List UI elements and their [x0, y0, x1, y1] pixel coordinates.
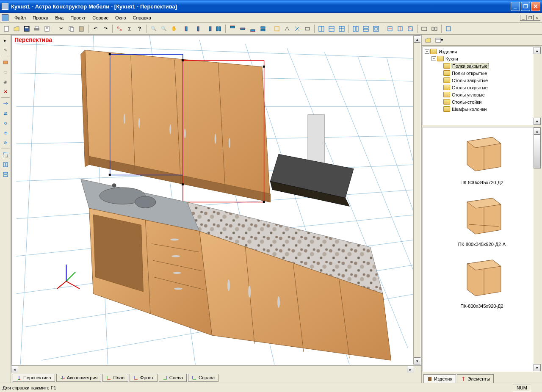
paste-button[interactable] [77, 24, 86, 33]
menu-service[interactable]: Сервис [89, 14, 112, 21]
align-4[interactable] [214, 24, 223, 33]
vtool-8[interactable]: ⥻ [1, 109, 10, 118]
catalog-item[interactable]: ПК-800x345x720-Д2 [454, 131, 509, 185]
tab-elements[interactable]: Элементы [457, 374, 494, 383]
snap-3[interactable] [371, 24, 381, 33]
undo-button[interactable]: ↶ [91, 24, 100, 33]
menu-edit[interactable]: Правка [29, 14, 52, 21]
open-button[interactable] [12, 24, 21, 33]
menu-project[interactable]: Проект [67, 14, 89, 21]
menu-view[interactable]: Вид [52, 14, 67, 21]
catalog-thumbnails[interactable]: ПК-800x345x720-Д2 ПК-800x345x920-Д2-А ПК… [423, 127, 541, 372]
vtool-4[interactable]: ▭ [1, 67, 10, 77]
minimize-button[interactable]: _ [511, 2, 520, 11]
snap-4[interactable] [385, 24, 395, 33]
mdi-restore[interactable]: ❐ [527, 15, 534, 21]
save-button[interactable] [22, 24, 31, 33]
pan-button[interactable]: ✋ [169, 24, 179, 33]
vtool-10[interactable]: ⟲ [1, 128, 10, 138]
tool-b[interactable] [282, 24, 292, 33]
catalog-scroll[interactable]: ▴ ▾ [534, 127, 541, 371]
catalog-tree[interactable]: − Изделия − Кухни Полки закрытые Полки о… [423, 47, 541, 125]
vtool-11[interactable]: ⟳ [1, 138, 10, 147]
layout-1[interactable] [317, 24, 326, 33]
tree-kitchen[interactable]: Кухни [445, 56, 459, 61]
tab-perspective[interactable]: Перспектива [13, 374, 55, 382]
tab-left[interactable]: Слева [159, 374, 187, 382]
menu-window[interactable]: Окно [112, 14, 130, 21]
snap-1[interactable] [351, 24, 360, 33]
help-button[interactable]: ? [135, 24, 144, 33]
tree-expander[interactable]: − [425, 49, 429, 54]
snap-5[interactable] [395, 24, 405, 33]
tab-plan[interactable]: План [102, 374, 128, 382]
cut-button[interactable]: ✂ [56, 24, 66, 33]
tool-a[interactable] [272, 24, 282, 33]
select-tool[interactable]: ▸ [1, 36, 10, 45]
zoom-out-button[interactable]: 🔍 [159, 24, 169, 33]
tree-root[interactable]: Изделия [438, 49, 458, 54]
delete-tool[interactable]: ✕ [1, 87, 10, 96]
tree-item-open-tables[interactable]: Столы открытые [451, 85, 489, 90]
tab-axonometry[interactable]: Аксонометрия [56, 374, 102, 382]
vtool-5[interactable]: ◉ [1, 77, 10, 86]
vtool-7[interactable] [1, 99, 10, 108]
report-button[interactable] [42, 24, 52, 33]
extra-2[interactable] [430, 24, 439, 33]
catalog-view-icon[interactable]: ▾ [434, 36, 444, 45]
extra-3[interactable] [444, 24, 453, 33]
tree-item-closed-tables[interactable]: Столы закрытые [451, 78, 489, 83]
tab-right[interactable]: Справа [188, 374, 218, 382]
mdi-close[interactable]: × [534, 15, 540, 21]
tool-link[interactable] [115, 24, 124, 33]
layout-2[interactable] [327, 24, 336, 33]
svg-rect-30 [261, 29, 265, 31]
zoom-in-button[interactable]: 🔍 [149, 24, 158, 33]
layout-3[interactable] [337, 24, 346, 33]
vtool-13[interactable] [1, 160, 10, 169]
align-7[interactable] [248, 24, 257, 33]
tab-products[interactable]: Изделия [423, 374, 456, 383]
maximize-button[interactable]: ❐ [521, 2, 530, 11]
align-8[interactable] [258, 24, 268, 33]
viewport-scroll-vertical[interactable]: ▴ ▾ [413, 36, 420, 364]
redo-button[interactable]: ↷ [101, 24, 110, 33]
menu-help[interactable]: Справка [130, 14, 155, 21]
vtool-9[interactable]: ↻ [1, 119, 10, 128]
tree-scroll[interactable]: ▴ ▾ [534, 47, 541, 125]
viewport-scroll-horizontal[interactable]: ◂ ▸ [11, 365, 421, 373]
vtool-3[interactable] [1, 58, 10, 67]
app-menu-icon[interactable] [2, 14, 8, 21]
extra-1[interactable] [420, 24, 429, 33]
print-button[interactable] [32, 24, 41, 33]
tool-sum[interactable]: Σ [125, 24, 134, 33]
copy-button[interactable] [66, 24, 76, 33]
tree-item-column-cabinets[interactable]: Шкафы-колонки [451, 107, 487, 112]
catalog-item[interactable]: ПК-800x345x920-Д2-А [454, 193, 509, 247]
vtool-12[interactable] [1, 150, 10, 160]
align-5[interactable] [228, 24, 237, 33]
tree-item-bar-tables[interactable]: Столы-стойки [451, 99, 482, 105]
align-1[interactable] [183, 24, 193, 33]
vtool-14[interactable] [1, 170, 10, 179]
menu-file[interactable]: Файл [11, 14, 29, 21]
tab-front[interactable]: Фронт [130, 374, 158, 382]
align-6[interactable] [238, 24, 247, 33]
catalog-item[interactable]: ПК-800x345x920-Д2 [454, 254, 509, 309]
tree-item-closed-shelves[interactable]: Полки закрытые [451, 63, 489, 69]
new-button[interactable] [2, 24, 11, 33]
catalog-open-icon[interactable] [423, 36, 433, 45]
close-button[interactable]: ✕ [531, 2, 540, 11]
tree-expander[interactable]: − [431, 56, 436, 61]
snap-2[interactable] [361, 24, 371, 33]
viewport-3d[interactable]: Перспектива [11, 35, 421, 365]
align-2[interactable] [194, 24, 203, 33]
snap-6[interactable] [406, 24, 415, 33]
tool-d[interactable] [303, 24, 312, 33]
tree-item-open-shelves[interactable]: Полки открытые [451, 71, 488, 76]
mdi-minimize[interactable]: _ [520, 15, 527, 21]
vtool-2[interactable]: ✎ [1, 45, 10, 55]
tool-c[interactable] [293, 24, 302, 33]
align-3[interactable] [204, 24, 213, 33]
tree-item-corner-tables[interactable]: Столы угловые [451, 92, 486, 97]
